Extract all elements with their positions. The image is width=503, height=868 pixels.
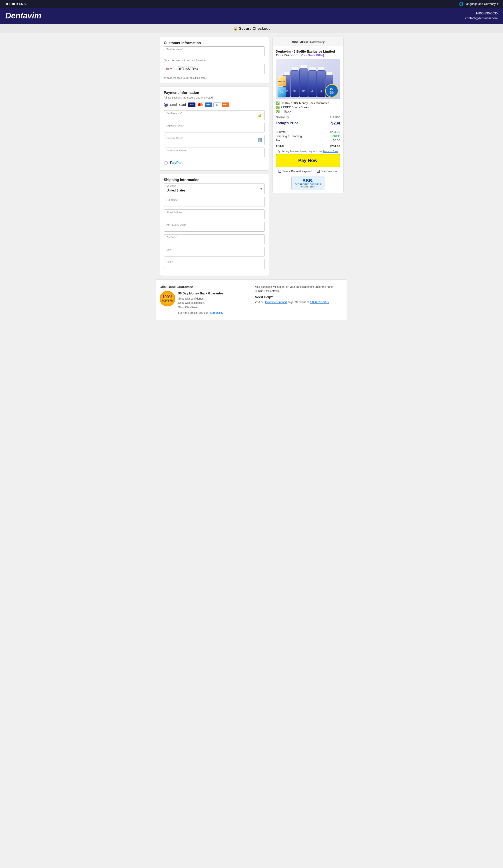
- shipping-row: Shipping & Handling FREE: [276, 134, 340, 138]
- diners-icon: ⊙: [213, 102, 221, 107]
- card-number-group: Card Number* 🔒: [164, 110, 265, 120]
- zip-input[interactable]: [164, 234, 265, 244]
- full-name-group: Full Name*: [164, 197, 265, 207]
- terms-of-sale-link[interactable]: Terms of Sale: [323, 150, 338, 153]
- left-column: Customer Information Email Address* To r…: [160, 37, 269, 276]
- info-icon[interactable]: ℹ️: [258, 138, 262, 142]
- customer-info-section: Customer Information Email Address* To r…: [160, 37, 269, 83]
- main-content: Customer Information Email Address* To r…: [156, 33, 347, 279]
- product-title: Dentavim - 6 Bottle Exclusive Limited Ti…: [276, 50, 340, 57]
- secure-checkout-text: Secure Checkout: [239, 27, 270, 31]
- paypal-option[interactable]: P ayPal: [164, 160, 265, 166]
- safe-payment-label: Safe & Discreet Payment: [282, 170, 312, 173]
- today-row: Today's Price $234: [276, 121, 340, 126]
- help-phone-link[interactable]: 1-800-390-6035: [310, 301, 329, 304]
- guarantee-line-3: Shop ClickBank.: [178, 305, 225, 310]
- phone-input[interactable]: [174, 64, 265, 74]
- amex-icon: AMEX: [205, 102, 212, 107]
- one-time-fee-badge: ☑ One Time Fee: [317, 169, 338, 174]
- total-value: $234.00: [330, 144, 340, 148]
- email-address: contact@dentavim.com: [465, 16, 498, 21]
- normally-label: Normally: [276, 115, 289, 119]
- clickbank-logo: CLICKBANK.: [4, 2, 27, 6]
- lock-icon: 🔒: [258, 113, 262, 117]
- help-column: Your purchase will appear on your bank s…: [255, 285, 344, 315]
- cardholder-group: Cardholder Name*: [164, 147, 265, 157]
- secure-checkout-bar: 🔒 Secure Checkout: [0, 24, 503, 33]
- return-policy-link[interactable]: return policy: [209, 311, 223, 314]
- bottle-5: tavim: [317, 68, 325, 97]
- bbb-label: ACCREDITED BUSINESS: [295, 183, 321, 186]
- book-2: 1 DAY DETOX: [278, 87, 286, 97]
- tax-row: Tax $0.00: [276, 139, 340, 142]
- pay-now-button[interactable]: Pay Now: [276, 154, 340, 167]
- phone-hint: In case we need to call about the order.: [164, 76, 265, 79]
- cardholder-input[interactable]: [164, 147, 265, 157]
- guarantee-text: 90 Day Money Back Guarantee! Shop with c…: [178, 291, 225, 315]
- check-item-2: ✅ 2 FREE Bonus Books: [276, 106, 340, 109]
- shipping-title: Shipping Information: [164, 178, 265, 182]
- phone-group: 🇺🇸 ▾ Phone Number*: [164, 64, 265, 74]
- checkmark-1: ✅: [276, 101, 280, 105]
- today-label: Today's Price: [276, 121, 299, 125]
- state-input[interactable]: [164, 259, 265, 269]
- customer-support-link[interactable]: Customer Support: [265, 301, 287, 304]
- bottle-3: Dentavim: [299, 65, 308, 97]
- total-label: TOTAL: [276, 144, 285, 148]
- bottle-2: Dentavim: [291, 68, 299, 97]
- tax-label: Tax: [276, 139, 280, 142]
- state-group: State*: [164, 259, 265, 269]
- credit-card-option[interactable]: Credit Card VISA AMEX ⊙ DISC: [164, 102, 265, 107]
- phone-row: 🇺🇸 ▾: [164, 64, 265, 74]
- shipping-label: Shipping & Handling: [276, 134, 302, 138]
- paypal-logo: P ayPal: [170, 160, 190, 166]
- guarantee-title: ClickBank Guarantee: [160, 285, 248, 289]
- svg-text:ayPal: ayPal: [172, 161, 182, 165]
- guarantee-line-1: Shop with confidence.: [178, 297, 225, 301]
- save-badge: (You Save 80%): [300, 53, 324, 57]
- security-input[interactable]: [164, 135, 265, 145]
- phone-flag[interactable]: 🇺🇸 ▾: [164, 64, 174, 74]
- city-input[interactable]: [164, 247, 265, 257]
- bbb-box: BBB. ACCREDITED BUSINESS Click for Profi…: [291, 176, 324, 190]
- payment-subtitle: All transactions are secure and encrypte…: [164, 96, 265, 99]
- bbb-badge[interactable]: BBB. ACCREDITED BUSINESS Click for Profi…: [276, 176, 340, 190]
- phone-number: 1-800-390-6035: [465, 11, 498, 16]
- product-image: Dentavim Dentavim Dentavim: [276, 59, 340, 99]
- country-group: Country* United States Canada United Kin…: [164, 183, 265, 194]
- country-select[interactable]: United States Canada United Kingdom: [164, 183, 265, 194]
- order-summary-header: Your Order Summary: [273, 37, 343, 46]
- email-group: Email Address*: [164, 46, 265, 56]
- order-body: Dentavim - 6 Bottle Exclusive Limited Ti…: [273, 46, 343, 193]
- expiration-input[interactable]: [164, 123, 265, 133]
- contact-info: 1-800-390-6035 contact@dentavim.com: [465, 11, 498, 21]
- check-item-1: ✅ 90-Day 100% Money Back Guarantee: [276, 101, 340, 105]
- card-number-input[interactable]: [164, 110, 265, 120]
- subtotal-row: Subtotal $234.00: [276, 130, 340, 134]
- language-currency-button[interactable]: 🌐 Language and Currency ▾: [459, 2, 499, 6]
- terms-text: By clicking Pay Now below, I agree to th…: [276, 150, 340, 153]
- top-nav: CLICKBANK. 🌐 Language and Currency ▾: [0, 0, 503, 8]
- bonus-books: RENEW YOU 1 DAY DETOX: [278, 76, 286, 97]
- seal-text: DAYSMONEYBACK: [330, 91, 334, 94]
- lock-icon: 🔒: [233, 27, 238, 31]
- street-group: Street Address*: [164, 209, 265, 219]
- need-help-title: Need Help?: [255, 295, 344, 299]
- apt-input[interactable]: [164, 222, 265, 232]
- guarantee-seal-small: 100% SATISFACTIONGUARANTEED: [160, 291, 175, 307]
- paypal-radio[interactable]: [164, 161, 168, 165]
- subtotal-value: $234.00: [330, 130, 340, 134]
- brand-header: Dentavim 1-800-390-6035 contact@dentavim…: [0, 8, 503, 24]
- street-input[interactable]: [164, 209, 265, 219]
- shipping-info-section: Shipping Information Country* United Sta…: [160, 174, 269, 276]
- normally-price: $1182: [330, 115, 340, 119]
- guarantee-bold: 90 Day Money Back Guarantee!: [178, 291, 225, 296]
- safe-payment-badge: ☑ Safe & Discreet Payment: [278, 169, 312, 174]
- credit-card-radio[interactable]: [164, 103, 168, 107]
- checklist: ✅ 90-Day 100% Money Back Guarantee ✅ 2 F…: [276, 101, 340, 113]
- language-currency-label: Language and Currency: [465, 2, 496, 6]
- guarantee-column: ClickBank Guarantee 100% SATISFACTIONGUA…: [160, 285, 248, 315]
- full-name-input[interactable]: [164, 197, 265, 207]
- email-input[interactable]: [164, 46, 265, 56]
- checklist-label-3: In Stock: [281, 110, 291, 113]
